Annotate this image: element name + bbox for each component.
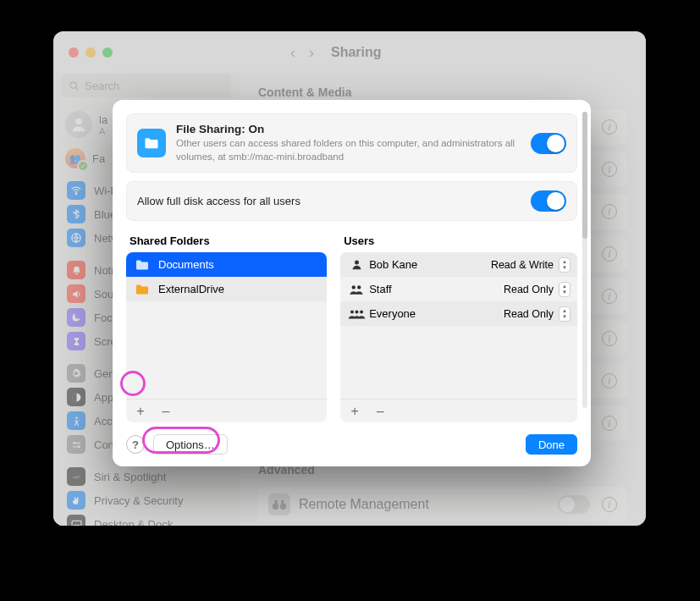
full-disk-access-toggle[interactable] xyxy=(531,190,566,212)
shared-folder-row[interactable]: ExternalDrive xyxy=(126,277,327,301)
shared-folders-list[interactable]: DocumentsExternalDrive + – xyxy=(126,252,327,422)
avatar-icon xyxy=(65,111,92,138)
remove-user-button[interactable]: – xyxy=(372,404,388,419)
users-list[interactable]: Bob KaneRead & Write▲▼StaffRead Only▲▼Ev… xyxy=(340,252,577,422)
svg-point-16 xyxy=(355,261,359,265)
accessibility-icon xyxy=(67,411,85,430)
back-button[interactable]: ‹ xyxy=(290,44,295,62)
user-row[interactable]: StaffRead Only▲▼ xyxy=(340,277,577,301)
user-name: Staff xyxy=(366,283,504,295)
add-user-button[interactable]: + xyxy=(347,404,362,419)
svg-point-20 xyxy=(355,310,358,313)
sidebar-item-label: Desktop & Dock xyxy=(94,518,173,527)
sidebar-item-dock[interactable]: Desktop & Dock xyxy=(62,512,231,526)
user-permission: Read Only xyxy=(504,284,554,295)
users-column: Users Bob KaneRead & Write▲▼StaffRead On… xyxy=(340,233,577,422)
svg-point-6 xyxy=(75,416,77,418)
svg-rect-14 xyxy=(275,500,278,505)
add-folder-button[interactable]: + xyxy=(133,404,148,419)
control-icon xyxy=(67,435,85,454)
svg-rect-11 xyxy=(73,525,80,526)
group2-icon xyxy=(347,284,366,295)
group3-icon xyxy=(347,308,366,320)
search-input[interactable]: Search xyxy=(62,74,231,97)
account-name: la xyxy=(99,113,107,126)
info-icon[interactable]: i xyxy=(602,204,617,219)
forward-button[interactable]: › xyxy=(309,44,314,62)
info-icon[interactable]: i xyxy=(602,416,617,431)
search-placeholder: Search xyxy=(85,80,119,92)
person-icon xyxy=(347,258,366,271)
gear-icon xyxy=(67,364,85,383)
svg-point-21 xyxy=(360,310,363,313)
hand-icon xyxy=(67,491,85,510)
titlebar: ‹ › Sharing xyxy=(53,31,646,74)
dock-icon xyxy=(67,515,85,526)
sidebar-item-siri[interactable]: Siri & Spotlight xyxy=(62,465,231,488)
sidebar-item-label: Siri & Spotlight xyxy=(94,471,166,483)
file-sharing-toggle[interactable] xyxy=(531,133,566,154)
remove-folder-button[interactable]: – xyxy=(158,404,174,419)
svg-line-1 xyxy=(75,87,78,90)
siri-icon xyxy=(67,467,85,486)
svg-point-19 xyxy=(350,310,354,313)
toggle-off-icon[interactable] xyxy=(558,495,590,514)
user-row[interactable]: Bob KaneRead & Write▲▼ xyxy=(340,252,577,277)
user-row[interactable]: EveryoneRead Only▲▼ xyxy=(340,301,577,326)
svg-point-8 xyxy=(78,445,80,447)
scrollbar[interactable] xyxy=(582,112,587,408)
binoculars-icon xyxy=(268,493,290,516)
user-name: Bob Kane xyxy=(366,258,491,271)
info-icon[interactable]: i xyxy=(602,119,617,135)
wifi-icon xyxy=(67,181,85,200)
svg-rect-15 xyxy=(281,500,284,505)
shared-folders-title: Shared Folders xyxy=(126,233,327,252)
info-icon[interactable]: i xyxy=(602,373,617,389)
svg-point-17 xyxy=(352,285,356,289)
folder-name: Documents xyxy=(158,258,214,271)
users-title: Users xyxy=(340,233,577,252)
options-button[interactable]: Options… xyxy=(153,434,228,455)
permission-stepper[interactable]: ▲▼ xyxy=(559,257,570,273)
section-content-media: Content & Media xyxy=(258,85,627,99)
account-sub: A xyxy=(99,126,107,136)
svg-point-12 xyxy=(273,504,279,510)
search-icon xyxy=(69,80,80,91)
svg-point-13 xyxy=(280,504,287,510)
folder-share-icon xyxy=(137,129,166,157)
folder-icon xyxy=(135,284,150,295)
info-icon[interactable]: i xyxy=(602,289,617,304)
sidebar-item-label: Privacy & Security xyxy=(94,494,183,507)
page-title: Sharing xyxy=(331,45,382,60)
family-icon: 👥✓ xyxy=(65,148,85,168)
folder-icon xyxy=(135,259,150,271)
info-icon[interactable]: i xyxy=(602,246,617,262)
minimize-window-button[interactable] xyxy=(85,47,96,58)
info-icon[interactable]: i xyxy=(602,497,617,512)
info-icon[interactable]: i xyxy=(602,162,617,177)
info-icon[interactable]: i xyxy=(602,331,617,346)
svg-point-0 xyxy=(70,82,76,88)
moon-icon xyxy=(67,308,85,327)
done-button[interactable]: Done xyxy=(526,434,577,455)
close-window-button[interactable] xyxy=(69,47,79,58)
bell-icon xyxy=(67,261,85,279)
remote-management-row[interactable]: Remote Management i xyxy=(258,487,627,522)
traffic-lights xyxy=(69,47,113,58)
svg-point-2 xyxy=(75,119,82,125)
permission-stepper[interactable]: ▲▼ xyxy=(559,306,570,322)
user-permission: Read Only xyxy=(504,308,554,320)
full-disk-access-label: Allow full disk access for all users xyxy=(137,195,521,207)
file-sharing-title: File Sharing: On xyxy=(176,123,521,135)
user-name: Everyone xyxy=(366,307,504,320)
zoom-window-button[interactable] xyxy=(102,47,113,58)
sidebar-item-hand[interactable]: Privacy & Security xyxy=(62,488,231,512)
remote-management-label: Remote Management xyxy=(299,497,429,512)
permission-stepper[interactable]: ▲▼ xyxy=(559,282,570,297)
shared-folder-row[interactable]: Documents xyxy=(126,252,327,277)
folder-name: ExternalDrive xyxy=(158,283,224,295)
help-button[interactable]: ? xyxy=(126,435,145,454)
network-icon xyxy=(67,229,85,247)
bluetooth-icon xyxy=(67,205,85,223)
shared-folders-column: Shared Folders DocumentsExternalDrive + … xyxy=(126,233,327,422)
